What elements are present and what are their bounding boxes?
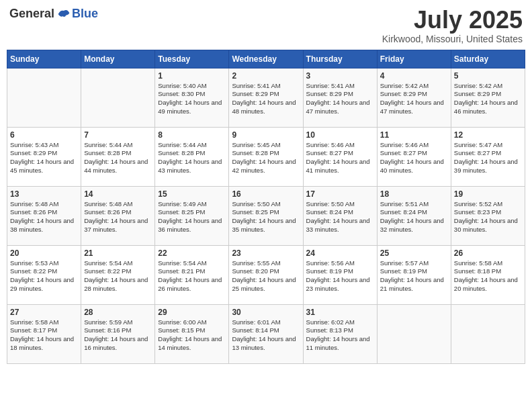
day-info: Sunrise: 5:48 AM Sunset: 8:26 PM Dayligh…	[10, 200, 78, 234]
day-info: Sunrise: 5:53 AM Sunset: 8:22 PM Dayligh…	[10, 259, 78, 293]
day-cell: 6Sunrise: 5:43 AM Sunset: 8:29 PM Daylig…	[7, 127, 81, 186]
day-cell: 3Sunrise: 5:41 AM Sunset: 8:29 PM Daylig…	[303, 68, 377, 127]
day-info: Sunrise: 5:48 AM Sunset: 8:26 PM Dayligh…	[84, 200, 152, 234]
day-info: Sunrise: 5:41 AM Sunset: 8:29 PM Dayligh…	[232, 82, 300, 116]
day-cell: 1Sunrise: 5:40 AM Sunset: 8:30 PM Daylig…	[155, 68, 229, 127]
header-day-friday: Friday	[377, 50, 451, 68]
day-cell: 19Sunrise: 5:52 AM Sunset: 8:23 PM Dayli…	[451, 186, 525, 245]
day-number: 29	[158, 308, 226, 317]
day-info: Sunrise: 5:44 AM Sunset: 8:28 PM Dayligh…	[158, 141, 226, 175]
day-cell: 20Sunrise: 5:53 AM Sunset: 8:22 PM Dayli…	[7, 245, 81, 304]
title-block: July 2025 Kirkwood, Missouri, United Sta…	[382, 7, 523, 44]
day-cell: 21Sunrise: 5:54 AM Sunset: 8:22 PM Dayli…	[81, 245, 155, 304]
header-day-tuesday: Tuesday	[155, 50, 229, 68]
day-info: Sunrise: 5:56 AM Sunset: 8:19 PM Dayligh…	[306, 259, 374, 293]
day-number: 25	[380, 248, 448, 258]
day-info: Sunrise: 6:02 AM Sunset: 8:13 PM Dayligh…	[306, 318, 374, 353]
day-cell	[451, 304, 525, 363]
day-info: Sunrise: 5:47 AM Sunset: 8:27 PM Dayligh…	[454, 141, 522, 175]
header-day-thursday: Thursday	[303, 50, 377, 68]
day-number: 24	[306, 248, 374, 258]
header-day-wednesday: Wednesday	[229, 50, 303, 68]
day-info: Sunrise: 5:46 AM Sunset: 8:27 PM Dayligh…	[306, 141, 374, 175]
header-row: SundayMondayTuesdayWednesdayThursdayFrid…	[7, 50, 525, 68]
day-cell: 12Sunrise: 5:47 AM Sunset: 8:27 PM Dayli…	[451, 127, 525, 186]
day-cell: 23Sunrise: 5:55 AM Sunset: 8:20 PM Dayli…	[229, 245, 303, 304]
day-cell: 28Sunrise: 5:59 AM Sunset: 8:16 PM Dayli…	[81, 304, 155, 363]
header-day-saturday: Saturday	[451, 50, 525, 68]
day-info: Sunrise: 5:46 AM Sunset: 8:27 PM Dayligh…	[380, 141, 448, 175]
day-number: 13	[10, 189, 78, 199]
month-title: July 2025	[382, 7, 523, 34]
day-info: Sunrise: 5:59 AM Sunset: 8:16 PM Dayligh…	[84, 318, 152, 353]
day-number: 15	[158, 189, 226, 199]
day-number: 8	[158, 130, 226, 140]
day-info: Sunrise: 5:58 AM Sunset: 8:18 PM Dayligh…	[454, 259, 522, 293]
header-day-monday: Monday	[81, 50, 155, 68]
calendar-body: 1Sunrise: 5:40 AM Sunset: 8:30 PM Daylig…	[7, 68, 525, 363]
week-row-5: 27Sunrise: 5:58 AM Sunset: 8:17 PM Dayli…	[7, 304, 525, 363]
day-number: 10	[306, 130, 374, 140]
header-day-sunday: Sunday	[7, 50, 81, 68]
day-info: Sunrise: 5:50 AM Sunset: 8:24 PM Dayligh…	[306, 200, 374, 234]
day-cell: 22Sunrise: 5:54 AM Sunset: 8:21 PM Dayli…	[155, 245, 229, 304]
day-cell: 7Sunrise: 5:44 AM Sunset: 8:28 PM Daylig…	[81, 127, 155, 186]
day-cell: 31Sunrise: 6:02 AM Sunset: 8:13 PM Dayli…	[303, 304, 377, 363]
day-info: Sunrise: 6:00 AM Sunset: 8:15 PM Dayligh…	[158, 318, 226, 353]
day-number: 26	[454, 248, 522, 258]
day-cell	[7, 68, 81, 127]
day-cell: 30Sunrise: 6:01 AM Sunset: 8:14 PM Dayli…	[229, 304, 303, 363]
day-cell	[377, 304, 451, 363]
day-number: 9	[232, 130, 300, 140]
day-number: 5	[454, 71, 522, 81]
day-info: Sunrise: 5:54 AM Sunset: 8:22 PM Dayligh…	[84, 259, 152, 293]
day-number: 2	[232, 71, 300, 81]
day-info: Sunrise: 5:42 AM Sunset: 8:29 PM Dayligh…	[454, 82, 522, 116]
day-info: Sunrise: 5:50 AM Sunset: 8:25 PM Dayligh…	[232, 200, 300, 234]
day-number: 27	[10, 308, 78, 317]
day-number: 23	[232, 248, 300, 258]
day-cell: 2Sunrise: 5:41 AM Sunset: 8:29 PM Daylig…	[229, 68, 303, 127]
day-number: 28	[84, 308, 152, 317]
day-info: Sunrise: 5:41 AM Sunset: 8:29 PM Dayligh…	[306, 82, 374, 116]
day-cell: 8Sunrise: 5:44 AM Sunset: 8:28 PM Daylig…	[155, 127, 229, 186]
day-cell: 17Sunrise: 5:50 AM Sunset: 8:24 PM Dayli…	[303, 186, 377, 245]
day-cell: 18Sunrise: 5:51 AM Sunset: 8:24 PM Dayli…	[377, 186, 451, 245]
day-number: 16	[232, 189, 300, 199]
day-number: 7	[84, 130, 152, 140]
day-info: Sunrise: 5:45 AM Sunset: 8:28 PM Dayligh…	[232, 141, 300, 175]
day-info: Sunrise: 5:57 AM Sunset: 8:19 PM Dayligh…	[380, 259, 448, 293]
day-number: 6	[10, 130, 78, 140]
day-cell: 25Sunrise: 5:57 AM Sunset: 8:19 PM Dayli…	[377, 245, 451, 304]
day-info: Sunrise: 5:52 AM Sunset: 8:23 PM Dayligh…	[454, 200, 522, 234]
day-number: 14	[84, 189, 152, 199]
logo-blue: Blue	[72, 7, 98, 21]
day-info: Sunrise: 6:01 AM Sunset: 8:14 PM Dayligh…	[232, 318, 300, 353]
day-cell: 4Sunrise: 5:42 AM Sunset: 8:29 PM Daylig…	[377, 68, 451, 127]
day-cell: 14Sunrise: 5:48 AM Sunset: 8:26 PM Dayli…	[81, 186, 155, 245]
day-info: Sunrise: 5:55 AM Sunset: 8:20 PM Dayligh…	[232, 259, 300, 293]
calendar-table: SundayMondayTuesdayWednesdayThursdayFrid…	[7, 50, 525, 364]
day-cell: 29Sunrise: 6:00 AM Sunset: 8:15 PM Dayli…	[155, 304, 229, 363]
day-cell: 27Sunrise: 5:58 AM Sunset: 8:17 PM Dayli…	[7, 304, 81, 363]
day-number: 21	[84, 248, 152, 258]
day-cell: 11Sunrise: 5:46 AM Sunset: 8:27 PM Dayli…	[377, 127, 451, 186]
day-cell: 9Sunrise: 5:45 AM Sunset: 8:28 PM Daylig…	[229, 127, 303, 186]
day-cell: 15Sunrise: 5:49 AM Sunset: 8:25 PM Dayli…	[155, 186, 229, 245]
day-number: 20	[10, 248, 78, 258]
day-number: 1	[158, 71, 226, 81]
day-number: 12	[454, 130, 522, 140]
calendar-header: SundayMondayTuesdayWednesdayThursdayFrid…	[7, 50, 525, 68]
day-number: 3	[306, 71, 374, 81]
day-number: 22	[158, 248, 226, 258]
day-cell: 16Sunrise: 5:50 AM Sunset: 8:25 PM Dayli…	[229, 186, 303, 245]
week-row-4: 20Sunrise: 5:53 AM Sunset: 8:22 PM Dayli…	[7, 245, 525, 304]
day-cell: 5Sunrise: 5:42 AM Sunset: 8:29 PM Daylig…	[451, 68, 525, 127]
day-info: Sunrise: 5:40 AM Sunset: 8:30 PM Dayligh…	[158, 82, 226, 116]
day-info: Sunrise: 5:49 AM Sunset: 8:25 PM Dayligh…	[158, 200, 226, 234]
day-number: 30	[232, 308, 300, 317]
day-info: Sunrise: 5:43 AM Sunset: 8:29 PM Dayligh…	[10, 141, 78, 175]
logo-icon	[57, 7, 71, 21]
day-cell: 26Sunrise: 5:58 AM Sunset: 8:18 PM Dayli…	[451, 245, 525, 304]
day-cell: 13Sunrise: 5:48 AM Sunset: 8:26 PM Dayli…	[7, 186, 81, 245]
